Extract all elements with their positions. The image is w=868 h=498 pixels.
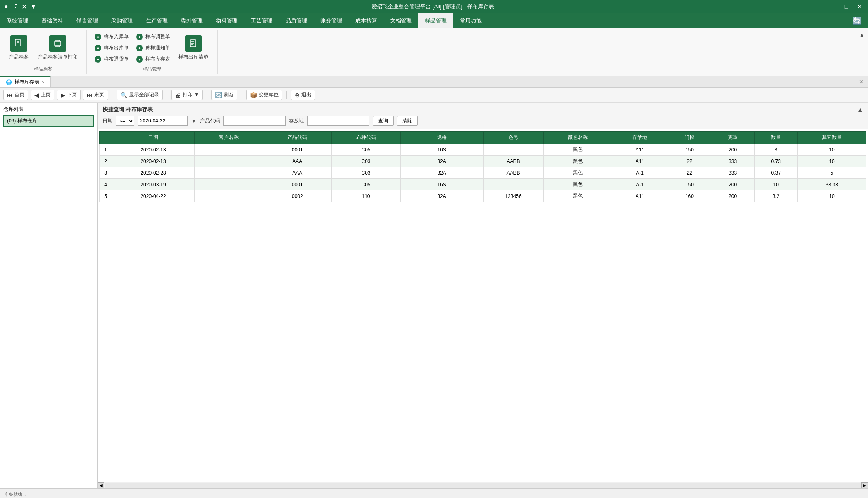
ribbon-group2-label: 样品管理 [143, 66, 161, 72]
product-print-btn[interactable]: 产品档案清单打印 [34, 33, 81, 63]
cell-storage: A11 [612, 144, 668, 156]
product-file-btn[interactable]: 产品档案 [5, 33, 32, 63]
close-btn[interactable]: ✕ [856, 3, 864, 10]
cell-weight: 200 [711, 144, 754, 156]
menu-sample[interactable]: 样品管理 [418, 13, 453, 28]
warehouse-item-09[interactable]: (09) 样布仓库 [3, 115, 94, 127]
print-icon[interactable]: 🖨 [12, 3, 18, 10]
menu-purchase[interactable]: 采购管理 [105, 13, 139, 28]
print-btn[interactable]: 🖨 打印 ▼ [171, 90, 203, 100]
cell-spec: 16S [400, 144, 483, 156]
table-row[interactable]: 32020-02-28AAAC0332AAABB黑色A-1223330.375 [100, 167, 866, 179]
change-loc-btn[interactable]: 📦 变更库位 [246, 90, 282, 100]
search-collapse-btn[interactable]: ▲ [857, 106, 863, 113]
cell-fabric-code: C05 [332, 144, 400, 156]
tab-close-btn[interactable]: × [42, 80, 44, 85]
ribbon-collapse-btn[interactable]: ▲ [856, 30, 868, 40]
cell-weight: 200 [711, 190, 754, 202]
title-bar: ● 🖨 ✕ ▼ 爱招飞企业整合管理平台 [All] [管理员] - 样布库存表 … [0, 0, 868, 13]
menu-material[interactable]: 物料管理 [209, 13, 244, 28]
stock-out-list-icon [185, 35, 202, 52]
cell-product-code: AAA [263, 167, 332, 179]
show-all-btn[interactable]: 🔍 显示全部记录 [117, 90, 163, 100]
cell-date: 2020-03-19 [112, 179, 195, 190]
menu-system[interactable]: 系统管理 [0, 13, 35, 28]
cell-other-qty: 10 [797, 144, 866, 156]
stock-in-dot: ● [95, 34, 101, 40]
exit-btn[interactable]: ⊗ 退出 [291, 90, 315, 100]
date-dropdown-icon[interactable]: ▼ [191, 117, 197, 124]
maximize-btn[interactable]: □ [842, 3, 851, 10]
next-page-btn[interactable]: ▶ 下页 [57, 90, 81, 100]
stock-return-label: 样布退货单 [104, 56, 129, 63]
dropdown-icon[interactable]: ▼ [30, 3, 37, 10]
prev-icon: ◀ [34, 92, 39, 98]
search-panel-title: 快捷查询:样布库存表 [103, 106, 153, 113]
date-op-select[interactable]: <= >= = < > [116, 116, 134, 126]
stock-in-btn[interactable]: ● 样布入库单 [92, 32, 132, 42]
tools-icon[interactable]: ✕ [22, 3, 27, 11]
h-scrollbar[interactable]: ◀ ▶ [98, 482, 868, 488]
last-icon: ⏭ [87, 92, 93, 98]
menu-docs[interactable]: 文档管理 [384, 13, 418, 28]
last-page-btn[interactable]: ⏭ 末页 [83, 90, 108, 100]
menu-outsource[interactable]: 委外管理 [174, 13, 209, 28]
table-row[interactable]: 22020-02-13AAAC0332AAABB黑色A11223330.7310 [100, 156, 866, 167]
main-content: 仓库列表 (09) 样布仓库 快捷查询:样布库存表 ▲ 日期 <= >= = <… [0, 103, 868, 488]
stock-adjust-dot: ● [136, 34, 143, 40]
first-page-icon: ⏮ [7, 92, 13, 98]
stock-out-list-label: 样布出库清单 [178, 54, 208, 61]
tab-bar-close[interactable]: ✕ [855, 77, 868, 87]
cut-notify-btn[interactable]: ● 剪样通知单 [133, 43, 173, 53]
stock-return-btn[interactable]: ● 样布退货单 [92, 54, 132, 64]
stock-table-dot: ● [136, 56, 143, 63]
next-label: 下页 [67, 91, 77, 98]
stock-out-list-btn[interactable]: 样布出库清单 [175, 33, 212, 63]
th-fabric-code: 布种代码 [332, 132, 400, 144]
minimize-btn[interactable]: ─ [829, 3, 837, 10]
cell-customer [195, 167, 263, 179]
cell-color-no [483, 144, 543, 156]
th-color-name: 颜色名称 [543, 132, 612, 144]
storage-input[interactable] [307, 116, 369, 126]
cell-color-name: 黑色 [543, 144, 612, 156]
stock-out-btn[interactable]: ● 样布出库单 [92, 43, 132, 53]
cell-qty: 0.73 [754, 156, 797, 167]
refresh-icon[interactable]: 🔄 [846, 13, 868, 28]
tab-stock-table[interactable]: 🌐 样布库存表 × [0, 76, 51, 87]
scroll-track[interactable] [105, 483, 861, 488]
product-print-icon [49, 35, 66, 52]
exit-label: 退出 [301, 91, 311, 98]
date-input[interactable] [138, 116, 188, 126]
cell-customer [195, 156, 263, 167]
search-row: 日期 <= >= = < > ▼ 产品代码 存放地 查询 清除 [103, 116, 863, 126]
table-row[interactable]: 52020-04-22000211032A123456黑色A111602003.… [100, 190, 866, 202]
query-btn[interactable]: 查询 [373, 116, 394, 126]
show-all-icon: 🔍 [120, 92, 127, 98]
menu-account[interactable]: 账务管理 [314, 13, 349, 28]
prev-page-btn[interactable]: ◀ 上页 [31, 90, 54, 100]
clear-btn[interactable]: 清除 [397, 116, 418, 126]
menu-process[interactable]: 工艺管理 [244, 13, 279, 28]
refresh-btn[interactable]: 🔄 刷新 [211, 90, 237, 100]
stock-adjust-btn[interactable]: ● 样布调整单 [133, 32, 173, 42]
th-date: 日期 [112, 132, 195, 144]
scroll-left-arrow[interactable]: ◀ [98, 482, 104, 489]
product-code-input[interactable] [223, 116, 286, 126]
menu-basic[interactable]: 基础资料 [35, 13, 70, 28]
print-label: 打印 ▼ [183, 91, 199, 98]
menu-quality[interactable]: 品质管理 [279, 13, 314, 28]
menu-production[interactable]: 生产管理 [139, 13, 174, 28]
menu-sales[interactable]: 销售管理 [70, 13, 105, 28]
first-page-btn[interactable]: ⏮ 首页 [3, 90, 28, 100]
cell-storage: A-1 [612, 179, 668, 190]
cell-other-qty: 5 [797, 167, 866, 179]
cell-qty: 0.37 [754, 167, 797, 179]
table-row[interactable]: 12020-02-130001C0516S黑色A11150200310 [100, 144, 866, 156]
menu-common[interactable]: 常用功能 [453, 13, 488, 28]
svg-rect-4 [55, 42, 61, 46]
stock-table-btn[interactable]: ● 样布库存表 [133, 54, 173, 64]
menu-cost[interactable]: 成本核算 [349, 13, 384, 28]
scroll-right-arrow[interactable]: ▶ [861, 482, 868, 489]
table-row[interactable]: 42020-03-190001C0516S黑色A-11502001033.33 [100, 179, 866, 190]
